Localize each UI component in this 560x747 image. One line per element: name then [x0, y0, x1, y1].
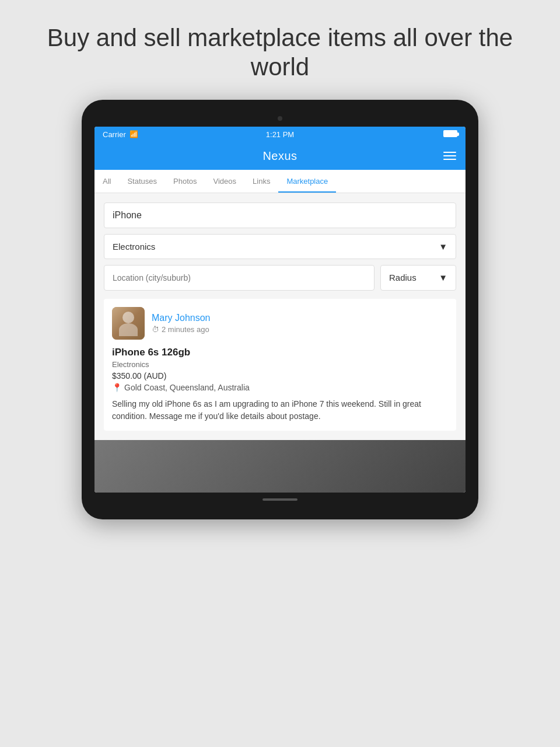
time-ago-label: 2 minutes ago [162, 325, 209, 334]
avatar[interactable] [112, 307, 145, 340]
tab-videos[interactable]: Videos [205, 170, 245, 193]
category-dropdown[interactable]: Electronics ▼ [104, 234, 456, 259]
carrier-label: Carrier [103, 130, 126, 139]
user-name[interactable]: Mary Johnson [152, 313, 448, 323]
clock-icon: ⏱ [152, 325, 159, 334]
tablet-camera [278, 116, 282, 121]
preview-strip [94, 440, 466, 493]
radius-dropdown-arrow-icon: ▼ [439, 273, 447, 282]
content-area: Electronics ▼ Radius ▼ [94, 193, 466, 440]
pin-icon: 📍 [112, 383, 122, 392]
preview-strip-inner [94, 440, 466, 493]
post-time: ⏱ 2 minutes ago [152, 325, 448, 334]
tab-links[interactable]: Links [244, 170, 278, 193]
avatar-image [112, 307, 145, 340]
location-text: Gold Coast, Queensland, Australia [124, 383, 250, 392]
radius-label: Radius [389, 273, 416, 282]
search-input[interactable] [113, 210, 447, 221]
radius-dropdown[interactable]: Radius ▼ [380, 265, 456, 291]
app-title: Nexus [262, 149, 297, 163]
listing-card: Mary Johnson ⏱ 2 minutes ago iPhone 6s 1… [104, 299, 456, 431]
tab-statuses[interactable]: Statuses [119, 170, 165, 193]
location-input-wrapper[interactable] [104, 265, 374, 291]
nav-bar: Nexus [94, 142, 466, 170]
listing-category: Electronics [112, 360, 448, 369]
category-selected-label: Electronics [113, 242, 155, 252]
wifi-icon: 📶 [130, 130, 138, 138]
page-headline: Buy and sell marketplace items all over … [0, 0, 560, 100]
status-bar-right [443, 130, 457, 139]
location-input[interactable] [113, 273, 366, 282]
hamburger-menu-button[interactable] [443, 152, 456, 160]
battery-icon [443, 130, 457, 137]
search-input-wrapper[interactable] [104, 203, 456, 228]
tabs-bar: All Statuses Photos Videos Links Marketp… [94, 170, 466, 193]
listing-header: Mary Johnson ⏱ 2 minutes ago [112, 307, 448, 340]
status-bar-time: 1:21 PM [266, 130, 294, 139]
listing-title: iPhone 6s 126gb [112, 347, 448, 358]
hamburger-line-1 [443, 152, 456, 153]
hamburger-line-3 [443, 159, 456, 160]
tab-all[interactable]: All [94, 170, 119, 193]
location-row: Radius ▼ [104, 265, 456, 291]
listing-location: 📍 Gold Coast, Queensland, Australia [112, 383, 448, 392]
listing-user-info: Mary Johnson ⏱ 2 minutes ago [152, 313, 448, 334]
tab-marketplace[interactable]: Marketplace [278, 170, 336, 193]
listing-price: $350.00 (AUD) [112, 371, 448, 381]
status-bar-left: Carrier 📶 [103, 130, 138, 139]
category-dropdown-arrow-icon: ▼ [439, 242, 447, 252]
home-indicator[interactable] [262, 498, 298, 501]
tab-photos[interactable]: Photos [165, 170, 205, 193]
status-bar: Carrier 📶 1:21 PM [94, 127, 466, 142]
listing-description: Selling my old iPhone 6s as I am upgradi… [112, 398, 448, 423]
tablet-screen: Carrier 📶 1:21 PM Nexus All Statuses Pho… [94, 127, 466, 493]
preview-image [94, 440, 466, 493]
hamburger-line-2 [443, 155, 456, 156]
tablet-device: Carrier 📶 1:21 PM Nexus All Statuses Pho… [82, 100, 478, 519]
